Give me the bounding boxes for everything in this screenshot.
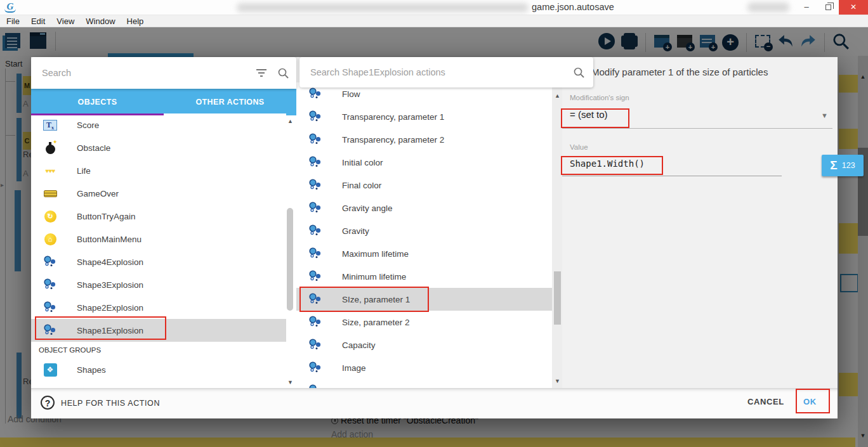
list-row[interactable]: ❖ Shapes: [31, 358, 286, 381]
list-row[interactable]: Capacity: [296, 334, 552, 356]
action-title: Modify parameter 1 of the size of partic…: [591, 67, 768, 77]
actions-scroll-thumb[interactable]: [554, 271, 561, 325]
blurred-title-text: [237, 3, 529, 12]
value-input[interactable]: Shape1.Width(): [570, 159, 645, 169]
particle-emitter-icon: [308, 269, 323, 283]
shapes-group-icon: ❖: [43, 363, 58, 377]
tab-other-actions[interactable]: OTHER ACTIONS: [164, 89, 296, 115]
tab-objects[interactable]: OBJECTS: [31, 89, 164, 115]
help-button[interactable]: HELP FOR THIS ACTION: [61, 399, 160, 408]
particle-emitter-icon: [308, 110, 323, 124]
objects-search-input[interactable]: [31, 68, 251, 78]
ok-button[interactable]: OK: [803, 397, 817, 406]
objects-scroll-thumb[interactable]: [287, 208, 293, 311]
list-row[interactable]: Transparency, parameter 1: [296, 105, 552, 128]
particle-emitter-icon: [43, 301, 58, 314]
list-row[interactable]: Gravity angle: [296, 197, 552, 219]
actions-list: Flow Transparency, parameter 1 Transpare…: [296, 82, 552, 388]
particle-emitter-icon: [308, 361, 323, 375]
particle-emitter-icon: [308, 133, 323, 146]
field-underline: [562, 128, 832, 129]
scroll-down-icon[interactable]: ▼: [287, 379, 293, 385]
search-icon: [272, 62, 294, 84]
objects-search-card: [31, 57, 296, 89]
list-row[interactable]: GameOver: [31, 182, 286, 205]
particle-emitter-icon: [308, 247, 323, 261]
menu-help[interactable]: Help: [126, 16, 145, 26]
hearts-icon: ♥♥♥: [43, 164, 58, 178]
list-row[interactable]: ♥♥♥ Life: [31, 159, 286, 182]
list-row[interactable]: Initial color: [296, 151, 552, 174]
list-row[interactable]: [296, 379, 552, 388]
list-row[interactable]: Shape2Explosion: [31, 296, 286, 319]
particle-emitter-icon: [43, 323, 58, 337]
particle-emitter-icon: [308, 155, 323, 169]
maximize-button[interactable]: [819, 0, 838, 15]
sign-field-label: Modification's sign: [570, 94, 629, 101]
list-row[interactable]: ⌂ ButtonMainMenu: [31, 228, 286, 250]
menu-file[interactable]: File: [5, 16, 21, 26]
window-title: game.json.autosave: [532, 2, 614, 12]
actions-search-input[interactable]: [299, 67, 568, 77]
list-row[interactable]: Obstacle: [31, 136, 286, 159]
particle-emitter-icon: [43, 278, 58, 292]
menu-edit[interactable]: Edit: [30, 16, 46, 26]
particle-emitter-icon: [43, 255, 58, 269]
particle-emitter-icon: [308, 201, 323, 215]
particle-emitter-icon: [308, 338, 323, 352]
particle-emitter-icon: [308, 292, 323, 306]
filter-icon[interactable]: [251, 62, 272, 84]
list-row[interactable]: Tx Score: [31, 113, 286, 136]
list-row[interactable]: Size, parameter 2: [296, 311, 552, 334]
chevron-down-icon[interactable]: ▼: [821, 112, 828, 119]
retry-button-icon: ↻: [43, 209, 58, 223]
text-object-icon: Tx: [43, 118, 58, 132]
sigma-icon: Σ: [830, 159, 837, 172]
list-row[interactable]: Transparency, parameter 2: [296, 128, 552, 151]
field-underline: [562, 176, 782, 176]
particle-emitter-icon: [308, 224, 323, 238]
list-row[interactable]: Shape3Explosion: [31, 273, 286, 296]
particle-emitter-icon: [308, 384, 323, 388]
actions-search-card: [299, 57, 593, 87]
cancel-button[interactable]: CANCEL: [747, 397, 784, 406]
actions-panel-surface: Flow Transparency, parameter 1 Transpare…: [296, 82, 583, 388]
object-groups-header: OBJECT GROUPS: [31, 342, 286, 358]
search-icon: [568, 62, 589, 83]
scroll-up-icon[interactable]: ▲: [287, 118, 293, 124]
actions-scrollbar[interactable]: ▲ ▼: [552, 87, 562, 388]
menu-view[interactable]: View: [55, 16, 76, 26]
banner-icon: [43, 186, 58, 200]
list-row[interactable]: Shape1Explosion: [31, 319, 286, 342]
dialog-footer: ? HELP FOR THIS ACTION CANCEL OK: [31, 388, 838, 418]
panel-tabs: OBJECTS OTHER ACTIONS: [31, 89, 296, 115]
list-row[interactable]: Shape4Explosion: [31, 250, 286, 273]
scroll-down-icon[interactable]: ▼: [555, 378, 560, 384]
close-button[interactable]: ✕: [839, 0, 868, 15]
list-row[interactable]: Gravity: [296, 219, 552, 242]
gdevelop-logo-icon: G: [4, 1, 16, 13]
title-bar: G game.json.autosave – ✕: [0, 0, 868, 15]
active-tab-indicator: [31, 113, 164, 115]
menu-bar: FileEditViewWindowHelp: [0, 15, 868, 27]
list-row[interactable]: Maximum lifetime: [296, 242, 552, 265]
bomb-icon: [43, 141, 58, 155]
list-row[interactable]: SIze, parameter 1: [296, 288, 552, 311]
instruction-editor-dialog: OBJECTS OTHER ACTIONS Tx Score Obstacle …: [31, 57, 838, 418]
action-editor-panel: Modify parameter 1 of the size of partic…: [562, 57, 838, 388]
expression-builder-button[interactable]: Σ 123: [822, 155, 864, 176]
application-window: G game.json.autosave – ✕ FileEditViewWin…: [0, 0, 868, 447]
list-row[interactable]: ↻ ButtonTryAgain: [31, 205, 286, 228]
restore-icon: [825, 4, 831, 10]
list-row[interactable]: Final color: [296, 174, 552, 197]
sign-select[interactable]: = (set to): [570, 109, 608, 120]
objects-list: Tx Score Obstacle ♥♥♥ Life GameOver ↻ Bu…: [31, 113, 286, 381]
list-row[interactable]: Image: [296, 356, 552, 379]
scroll-up-icon[interactable]: ▲: [555, 93, 560, 99]
menu-window[interactable]: Window: [84, 16, 116, 26]
blurred-title-text: [747, 3, 789, 12]
list-row[interactable]: Minimum lifetime: [296, 265, 552, 288]
help-icon: ?: [41, 396, 55, 410]
particle-emitter-icon: [308, 178, 323, 192]
minimize-button[interactable]: –: [797, 0, 816, 15]
